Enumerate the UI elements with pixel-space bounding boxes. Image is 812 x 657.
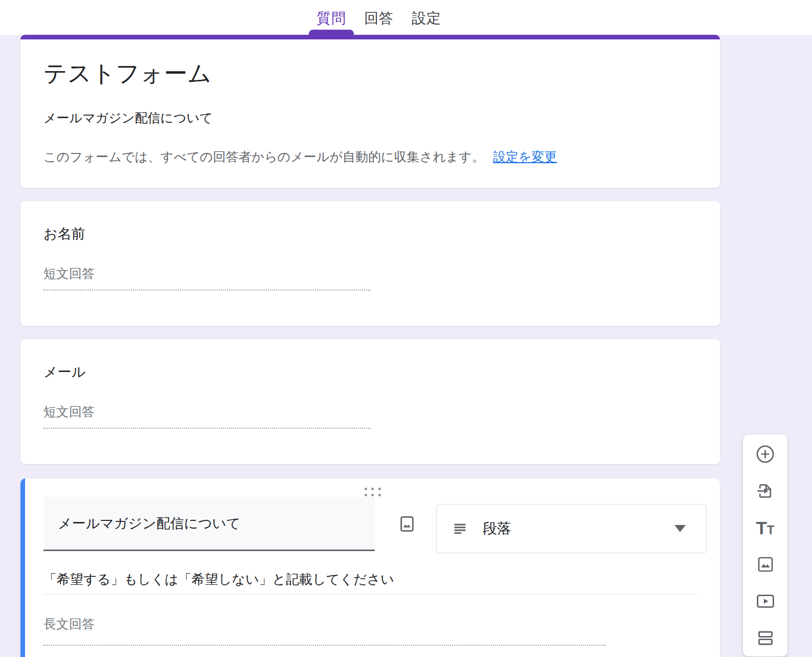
floating-toolbar: TT xyxy=(743,434,787,656)
question-card-email[interactable]: メール 短文回答 xyxy=(20,339,720,464)
tab-questions[interactable]: 質問 xyxy=(309,0,354,35)
tab-settings-label: 設定 xyxy=(412,9,441,28)
add-image-to-question-button[interactable] xyxy=(397,514,417,534)
add-title-button[interactable]: TT xyxy=(753,515,778,540)
theme-color-bar xyxy=(20,35,720,39)
tab-questions-label: 質問 xyxy=(317,9,346,28)
form-header-card[interactable]: テストフォーム メールマガジン配信について このフォームでは、すべての回答者から… xyxy=(20,35,720,188)
import-questions-button[interactable] xyxy=(753,478,778,503)
tabs-header: 質問 回答 設定 xyxy=(0,0,812,35)
question-type-select[interactable]: 段落 xyxy=(436,504,707,553)
drag-handle[interactable] xyxy=(365,488,381,496)
image-icon xyxy=(397,514,417,534)
add-section-button[interactable] xyxy=(753,626,778,650)
question-type-value: 段落 xyxy=(483,519,674,538)
section-split-icon xyxy=(755,628,776,648)
question-title-input[interactable]: メールマガジン配信について xyxy=(43,497,375,551)
question-label: メール xyxy=(43,364,697,380)
question-card-name[interactable]: お名前 短文回答 xyxy=(20,201,720,326)
short-answer-preview: 短文回答 xyxy=(43,404,371,429)
add-question-button[interactable] xyxy=(753,442,778,466)
double-t-text-icon: TT xyxy=(756,519,774,537)
email-collection-notice: このフォームでは、すべての回答者からのメールが自動的に収集されます。設定を変更 xyxy=(43,149,697,164)
add-image-button[interactable] xyxy=(753,552,778,577)
tab-responses[interactable]: 回答 xyxy=(356,0,401,35)
dropdown-arrow-icon xyxy=(674,525,686,532)
email-collection-notice-text: このフォームでは、すべての回答者からのメールが自動的に収集されます。 xyxy=(43,149,485,164)
change-settings-link[interactable]: 設定を変更 xyxy=(493,149,557,164)
document-import-icon xyxy=(755,480,776,501)
question-card-newsletter-selected[interactable]: メールマガジン配信について 段落 「希望する」もしくは「希望しない」と記載してく… xyxy=(20,478,720,657)
tab-bar: 質問 回答 設定 xyxy=(309,0,449,35)
question-description-input[interactable]: 「希望する」もしくは「希望しない」と記載してください xyxy=(43,572,698,595)
tab-responses-label: 回答 xyxy=(364,9,394,28)
form-description[interactable]: メールマガジン配信について xyxy=(43,110,697,125)
form-editor-main: テストフォーム メールマガジン配信について このフォームでは、すべての回答者から… xyxy=(20,35,720,657)
add-video-button[interactable] xyxy=(753,589,778,614)
tab-settings[interactable]: 設定 xyxy=(404,0,449,35)
video-play-icon xyxy=(755,590,776,612)
image-icon xyxy=(755,554,776,575)
form-title[interactable]: テストフォーム xyxy=(43,60,697,86)
question-label: お名前 xyxy=(43,226,697,242)
long-answer-preview: 長文回答 xyxy=(43,616,606,646)
active-tab-indicator xyxy=(309,30,354,35)
paragraph-icon xyxy=(452,520,468,537)
plus-circle-icon xyxy=(754,443,776,465)
short-answer-preview: 短文回答 xyxy=(43,266,371,291)
